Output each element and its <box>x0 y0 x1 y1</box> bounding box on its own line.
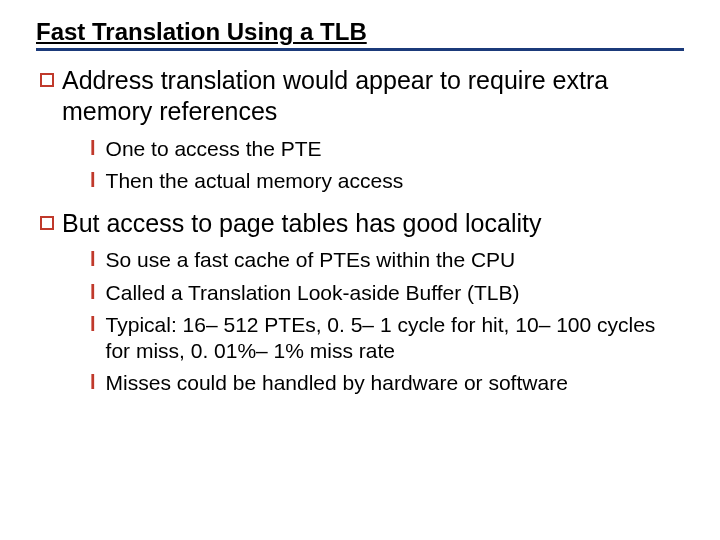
sub-bullet-text: So use a fast cache of PTEs within the C… <box>106 247 516 273</box>
sub-bullet-icon: l <box>90 370 96 394</box>
sub-bullet-group: l So use a fast cache of PTEs within the… <box>90 247 684 396</box>
slide-title: Fast Translation Using a TLB <box>36 18 367 45</box>
bullet-level1: Address translation would appear to requ… <box>40 65 684 128</box>
sub-bullet-icon: l <box>90 247 96 271</box>
sub-bullet-text: Misses could be handled by hardware or s… <box>106 370 568 396</box>
square-bullet-icon <box>40 73 54 87</box>
bullet-level2: l Misses could be handled by hardware or… <box>90 370 684 396</box>
bullet-level2: l One to access the PTE <box>90 136 684 162</box>
bullet-text: Address translation would appear to requ… <box>62 65 684 128</box>
bullet-text: But access to page tables has good local… <box>62 208 541 239</box>
sub-bullet-text: Then the actual memory access <box>106 168 404 194</box>
sub-bullet-icon: l <box>90 312 96 336</box>
bullet-level2: l Called a Translation Look-aside Buffer… <box>90 280 684 306</box>
slide: Fast Translation Using a TLB Address tra… <box>0 0 720 397</box>
sub-bullet-text: One to access the PTE <box>106 136 322 162</box>
square-bullet-icon <box>40 216 54 230</box>
sub-bullet-group: l One to access the PTE l Then the actua… <box>90 136 684 195</box>
sub-bullet-icon: l <box>90 280 96 304</box>
sub-bullet-text: Called a Translation Look-aside Buffer (… <box>106 280 520 306</box>
bullet-level2: l Typical: 16– 512 PTEs, 0. 5– 1 cycle f… <box>90 312 684 365</box>
bullet-level1: But access to page tables has good local… <box>40 208 684 239</box>
sub-bullet-icon: l <box>90 168 96 192</box>
title-underline: Fast Translation Using a TLB <box>36 18 684 51</box>
bullet-level2: l Then the actual memory access <box>90 168 684 194</box>
sub-bullet-text: Typical: 16– 512 PTEs, 0. 5– 1 cycle for… <box>106 312 684 365</box>
bullet-level2: l So use a fast cache of PTEs within the… <box>90 247 684 273</box>
sub-bullet-icon: l <box>90 136 96 160</box>
